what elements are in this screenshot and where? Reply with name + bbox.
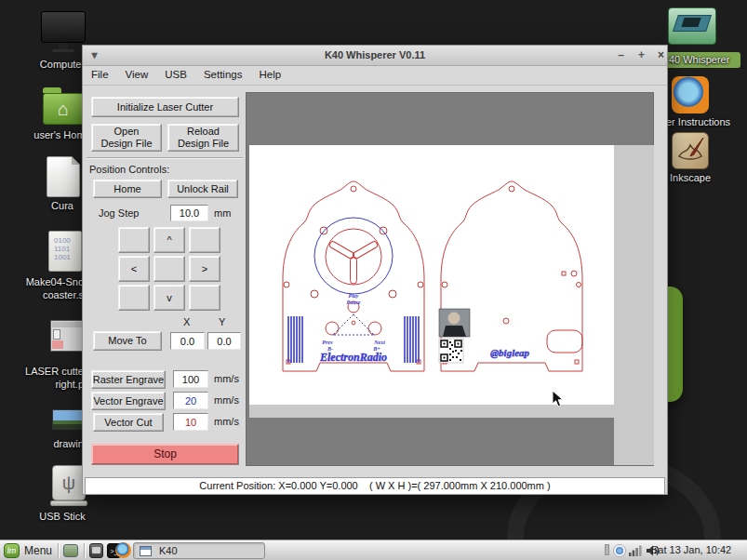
raster-speed-unit: mm/s (214, 373, 239, 384)
laser-cutter-file-label[interactable]: LASER cutte right.p (7, 365, 84, 391)
vector-cut-speed-input[interactable]: 10 (173, 413, 208, 431)
make04-file-icon[interactable]: 0100 1101 1001 (48, 231, 82, 272)
jog-pad-blank (189, 227, 220, 253)
jog-right-button[interactable]: > (189, 256, 220, 282)
jog-step-unit: mm (214, 207, 231, 219)
home-button[interactable]: Home (93, 180, 162, 198)
left-panel-engrave (288, 218, 419, 363)
firefox-taskbar-icon[interactable] (115, 542, 131, 558)
window-title: K40 Whisperer V0.11 (83, 49, 667, 60)
menu-help[interactable]: Help (250, 66, 289, 86)
make04-label[interactable]: Make04-Sno coaster.s (7, 275, 84, 301)
inkscape-label[interactable]: Inkscape (662, 171, 718, 184)
vector-engrave-speed-input[interactable]: 20 (173, 392, 208, 409)
move-y-input[interactable]: 0.0 (207, 332, 241, 350)
inkscape-icon[interactable] (672, 132, 709, 169)
status-bar: Current Position: X=0.000 Y=0.000 ( W X … (85, 477, 665, 495)
show-desktop-icon[interactable] (63, 544, 78, 557)
design-preview: Play Pause Prev B- Next B+ ElectronRadio (249, 145, 614, 405)
menu-view[interactable]: View (117, 66, 157, 86)
jog-pad-blank (118, 227, 150, 253)
vector-engrave-button[interactable]: Vector Engrave (91, 392, 166, 410)
svg-text:Prev: Prev (322, 340, 333, 345)
jog-step-label: Jog Step (99, 207, 139, 219)
left-panel-outline (283, 181, 424, 371)
launcher-app-icon[interactable] (89, 543, 103, 558)
stop-button[interactable]: Stop (91, 444, 239, 465)
x-axis-label: X (183, 316, 190, 327)
window-titlebar[interactable]: ▾ K40 Whisperer V0.11 – + × (83, 46, 667, 66)
svg-text:Pause: Pause (347, 300, 361, 305)
position-controls-label: Position Controls: (89, 164, 169, 175)
jog-down-button[interactable]: v (153, 285, 185, 311)
minimize-button[interactable]: – (613, 48, 629, 63)
cura-file-icon[interactable] (47, 156, 80, 197)
usb-stick-label[interactable]: USB Stick (25, 510, 100, 523)
reload-design-button[interactable]: Reload Design File (167, 124, 239, 152)
jog-pad-blank (189, 285, 220, 311)
menu-file[interactable]: File (83, 66, 117, 86)
instructions-label[interactable]: er Instructions (666, 115, 744, 128)
vector-cut-button[interactable]: Vector Cut (93, 413, 164, 432)
window-icon (140, 546, 152, 556)
move-x-input[interactable]: 0.0 (170, 332, 205, 350)
svg-text:Play: Play (349, 293, 359, 299)
jog-pad-blank (153, 256, 185, 282)
k40-window-button[interactable]: K40 (133, 542, 265, 559)
y-axis-label: Y (219, 316, 225, 327)
taskbar-separator (84, 543, 85, 558)
maximize-button[interactable]: + (634, 48, 649, 63)
menu-button[interactable]: Menu (24, 544, 52, 557)
jog-step-input[interactable]: 10.0 (170, 205, 208, 221)
vector-engrave-speed-unit: mm/s (214, 394, 239, 406)
home-folder-icon[interactable]: ⌂ (43, 87, 84, 127)
update-manager-icon[interactable] (613, 544, 626, 557)
canvas-margin-right (614, 145, 654, 465)
menu-settings[interactable]: Settings (195, 66, 251, 86)
raster-engrave-button[interactable]: Raster Engrave (91, 370, 166, 389)
vector-cut-speed-unit: mm/s (214, 416, 239, 427)
tray-handle[interactable] (605, 544, 609, 555)
close-button[interactable]: × (653, 48, 669, 63)
right-panel-texts: @bigleap (490, 347, 530, 358)
jog-left-button[interactable]: < (118, 256, 150, 282)
taskbar: lm Menu >_ K40 Sat 13 Jan, 10:42 (0, 540, 747, 560)
k40-whisperer-icon[interactable] (668, 7, 716, 50)
right-panel-photo (439, 309, 470, 337)
clock[interactable]: Sat 13 Jan, 10:42 (651, 544, 742, 555)
panel-separator (87, 157, 243, 159)
menu-bar: File View USB Settings Help (83, 66, 667, 86)
drawing-image-icon[interactable] (52, 409, 84, 430)
raster-speed-input[interactable]: 100 (173, 370, 208, 388)
jog-up-button[interactable]: ^ (153, 227, 185, 253)
menu-usb[interactable]: USB (156, 66, 195, 86)
svg-text:Next: Next (373, 340, 385, 345)
taskbar-separator (58, 543, 59, 558)
initialize-laser-button[interactable]: Initialize Laser Cutter (91, 97, 239, 117)
open-design-button[interactable]: Open Design File (91, 124, 162, 152)
svg-text:@bigleap: @bigleap (490, 347, 530, 358)
firefox-icon[interactable] (672, 76, 709, 113)
jog-pad-blank (118, 285, 150, 311)
preview-canvas[interactable]: Play Pause Prev B- Next B+ ElectronRadio (246, 92, 654, 466)
right-panel-qr-code (439, 339, 463, 363)
mouse-cursor (552, 390, 565, 408)
computer-icon[interactable] (41, 11, 86, 54)
drawing-label[interactable]: drawing (15, 437, 89, 450)
move-to-button[interactable]: Move To (93, 331, 162, 351)
network-signal-icon[interactable] (629, 544, 642, 556)
left-panel-texts: Play Pause Prev B- Next B+ ElectronRadio (319, 293, 387, 364)
unlock-rail-button[interactable]: Unlock Rail (167, 180, 238, 198)
svg-text:ElectronRadio: ElectronRadio (319, 351, 387, 364)
k40-whisperer-window: ▾ K40 Whisperer V0.11 – + × File View US… (82, 45, 668, 495)
mint-menu-icon[interactable]: lm (4, 543, 20, 558)
